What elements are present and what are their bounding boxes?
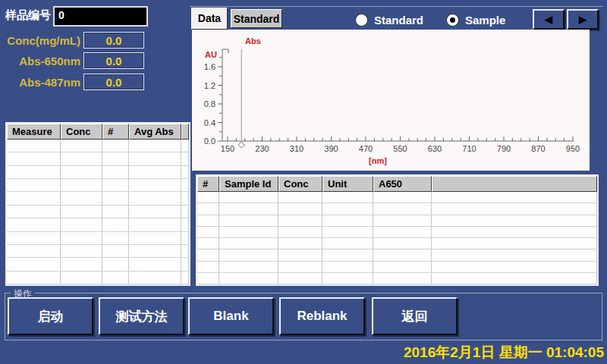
table-cell <box>278 273 322 284</box>
x-axis-label: [nm] <box>369 156 387 165</box>
col-conc: Conc <box>61 124 102 140</box>
table-cell <box>129 232 181 244</box>
table-cell <box>181 140 189 152</box>
table-cell <box>61 152 102 165</box>
table-cell <box>322 192 373 202</box>
table-cell <box>373 203 432 214</box>
x-tick-label: 630 <box>428 144 442 153</box>
table-row[interactable] <box>197 227 597 238</box>
col-stub <box>181 124 189 140</box>
y-tick-label: 0.4 <box>204 118 215 127</box>
radio-standard-circle[interactable] <box>355 14 368 27</box>
conc-label: Conc(mg/mL) <box>0 34 80 47</box>
table-cell <box>197 273 219 284</box>
table-cell <box>102 245 129 257</box>
table-cell <box>219 203 278 214</box>
next-arrow-button[interactable]: ▶ <box>567 9 599 30</box>
table-cell <box>322 215 373 226</box>
table-row[interactable] <box>7 192 189 205</box>
table-row[interactable] <box>7 218 189 231</box>
table-row[interactable] <box>7 166 189 179</box>
table-cell <box>322 238 373 249</box>
table-cell <box>432 273 597 284</box>
reblank-button[interactable]: Reblank <box>279 297 365 335</box>
sample-number-input[interactable]: 0 <box>53 6 148 27</box>
table-cell <box>102 179 129 191</box>
return-button[interactable]: 返回 <box>372 297 458 335</box>
start-button[interactable]: 启动 <box>8 297 93 335</box>
measure-table-body <box>7 140 189 284</box>
table-row[interactable] <box>7 271 189 284</box>
table-cell <box>278 262 322 272</box>
y-tick-label: 0.0 <box>204 136 215 146</box>
table-row[interactable] <box>7 206 189 218</box>
table-cell <box>181 166 189 178</box>
table-row[interactable] <box>197 273 597 284</box>
table-row[interactable] <box>7 179 189 192</box>
table-cell <box>7 140 61 152</box>
table-cell <box>181 192 189 204</box>
table-row[interactable] <box>197 192 597 203</box>
table-cell <box>129 206 181 218</box>
col-measure: Measure <box>7 124 61 140</box>
table-cell <box>181 258 189 270</box>
measure-table: Measure Conc # Avg Abs <box>5 122 190 286</box>
table-row[interactable] <box>197 215 597 227</box>
table-cell <box>102 152 129 165</box>
x-tick-label: 550 <box>393 144 407 153</box>
table-cell <box>129 245 181 257</box>
table-cell <box>61 245 102 257</box>
table-cell <box>7 258 61 270</box>
table-cell <box>197 215 219 226</box>
spectrum-chart-svg[interactable]: 0.00.40.81.21.61502303103904705506307107… <box>192 30 590 171</box>
radio-sample-circle[interactable] <box>446 14 459 27</box>
table-row[interactable] <box>7 232 189 245</box>
table-cell <box>102 166 129 178</box>
table-cell <box>61 258 102 270</box>
table-cell <box>61 140 102 152</box>
radio-standard[interactable]: Standard <box>355 14 423 27</box>
tab-data[interactable]: Data <box>191 8 228 30</box>
prev-arrow-button[interactable]: ◀ <box>533 9 565 30</box>
table-cell <box>7 192 61 204</box>
spectrum-chart[interactable]: 0.00.40.81.21.61502303103904705506307107… <box>192 30 590 171</box>
x-tick-label: 870 <box>531 144 545 153</box>
test-method-button[interactable]: 测试方法 <box>99 297 184 335</box>
table-row[interactable] <box>197 262 597 273</box>
table-row[interactable] <box>7 152 189 165</box>
table-row[interactable] <box>7 140 189 152</box>
radio-standard-label: Standard <box>374 14 423 27</box>
table-cell <box>102 192 129 204</box>
results-table-body <box>197 192 597 284</box>
table-row[interactable] <box>197 203 597 215</box>
x-tick-label: 950 <box>566 144 580 153</box>
table-cell <box>7 218 61 231</box>
table-cell <box>432 238 597 249</box>
table-cell <box>219 262 278 272</box>
radio-sample[interactable]: Sample <box>446 14 505 27</box>
sample-number-label: 样品编号 <box>5 8 51 23</box>
table-row[interactable] <box>197 249 597 261</box>
table-cell <box>373 273 432 284</box>
table-cell <box>181 218 189 231</box>
x-tick-label: 230 <box>255 144 269 153</box>
col-empty <box>432 176 597 192</box>
table-cell <box>432 192 597 202</box>
tab-standard[interactable]: Standard <box>231 9 282 28</box>
table-cell <box>7 166 61 178</box>
table-row[interactable] <box>7 245 189 258</box>
cursor-handle[interactable] <box>238 142 244 148</box>
table-row[interactable] <box>7 258 189 271</box>
table-cell <box>219 238 278 249</box>
table-row[interactable] <box>197 238 597 249</box>
datetime-display: 2016年2月1日 星期一 01:04:05 <box>404 343 604 362</box>
table-cell <box>432 203 597 214</box>
table-cell <box>373 262 432 272</box>
table-cell <box>129 218 181 231</box>
table-cell <box>373 192 432 202</box>
results-table-header: # Sample Id Conc Unit A650 <box>197 176 597 192</box>
x-tick-label: 390 <box>324 144 338 153</box>
radio-sample-label: Sample <box>465 14 505 27</box>
table-cell <box>322 262 373 272</box>
blank-button[interactable]: Blank <box>188 297 274 335</box>
